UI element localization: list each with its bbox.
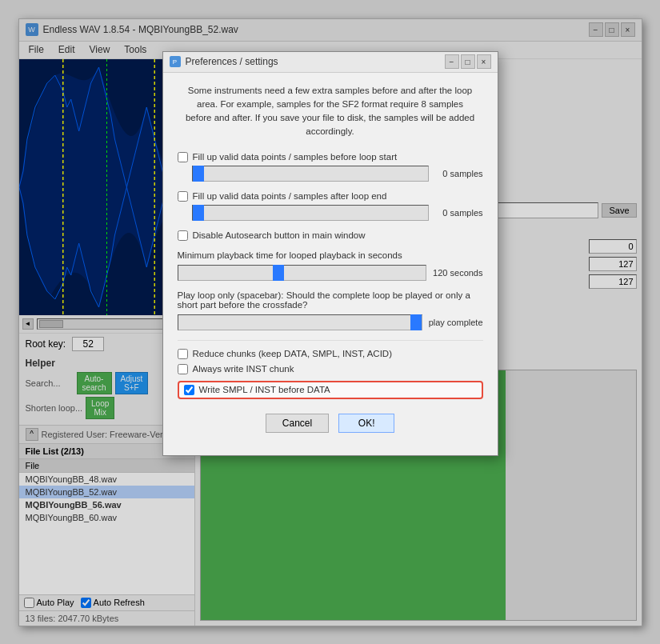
- fill-before-label: Fill up valid data points / samples befo…: [193, 152, 398, 162]
- pref-minimize-btn[interactable]: −: [445, 54, 459, 69]
- write-smpl-checkbox[interactable]: [184, 385, 194, 395]
- fill-after-value: 0 samples: [435, 208, 483, 218]
- pref-maximize-btn[interactable]: □: [461, 54, 475, 69]
- reduce-chunks-row: Reduce chunks (keep DATA, SMPL, INST, AC…: [178, 349, 483, 359]
- fill-after-label: Fill up valid data points / samples afte…: [193, 191, 387, 201]
- pref-title: Preferences / settings: [186, 56, 278, 67]
- preferences-dialog: P Preferences / settings − □ × Some inst…: [162, 51, 498, 456]
- always-write-inst-row: Always write INST chunk: [178, 364, 483, 374]
- min-playback-label: Minimum playback time for looped playbac…: [178, 250, 483, 260]
- main-window: W Endless WAV 1.8.54 - MQBIYoungBB_52.wa…: [18, 18, 642, 626]
- disable-autosearch-label: Disable Autosearch button in main window: [193, 230, 366, 240]
- play-loop-label: Play loop only (spacebar): Should the co…: [178, 290, 483, 310]
- min-playback-slider[interactable]: [178, 265, 427, 281]
- min-playback-row: Minimum playback time for looped playbac…: [178, 250, 483, 281]
- play-loop-value: play complete: [429, 318, 483, 327]
- disable-autosearch-row: Disable Autosearch button in main window: [178, 230, 483, 241]
- write-smpl-label: Write SMPL / INST before DATA: [199, 385, 330, 394]
- pref-divider: [178, 340, 483, 341]
- fill-after-row: Fill up valid data points / samples afte…: [178, 191, 483, 221]
- reduce-chunks-checkbox[interactable]: [178, 349, 188, 359]
- write-smpl-row: Write SMPL / INST before DATA: [178, 381, 483, 399]
- always-write-inst-label: Always write INST chunk: [193, 364, 294, 374]
- reduce-chunks-label: Reduce chunks (keep DATA, SMPL, INST, AC…: [193, 349, 392, 358]
- pref-buttons: Cancel OK!: [178, 406, 483, 444]
- cancel-btn[interactable]: Cancel: [266, 414, 329, 433]
- fill-before-row: Fill up valid data points / samples befo…: [178, 152, 483, 182]
- play-loop-slider[interactable]: [178, 314, 422, 330]
- pref-close-btn[interactable]: ×: [477, 54, 491, 69]
- fill-after-checkbox[interactable]: [178, 191, 188, 202]
- pref-info-text: Some instruments need a few extra sample…: [178, 84, 483, 139]
- play-loop-row: Play loop only (spacebar): Should the co…: [178, 290, 483, 330]
- always-write-inst-checkbox[interactable]: [178, 364, 188, 374]
- ok-btn[interactable]: OK!: [338, 414, 394, 433]
- disable-autosearch-checkbox[interactable]: [178, 230, 188, 241]
- fill-before-slider[interactable]: [192, 166, 429, 182]
- min-playback-value: 120 seconds: [433, 268, 482, 278]
- pref-title-bar: P Preferences / settings − □ ×: [163, 52, 498, 73]
- fill-after-slider[interactable]: [192, 205, 429, 221]
- dialog-overlay: P Preferences / settings − □ × Some inst…: [19, 19, 642, 626]
- fill-before-checkbox[interactable]: [178, 152, 188, 162]
- pref-content: Some instruments need a few extra sample…: [163, 73, 498, 455]
- pref-icon: P: [170, 56, 181, 67]
- fill-before-value: 0 samples: [435, 169, 483, 178]
